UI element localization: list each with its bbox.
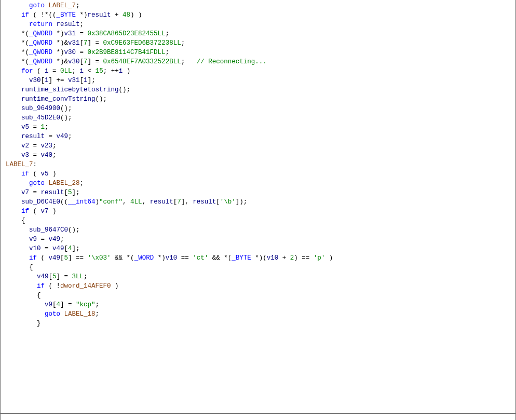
code-token: _QWORD [29,58,52,65]
code-token: result [88,11,111,19]
code-token: _BYTE [232,254,251,262]
code-token: 5 [68,189,72,196]
code-token: 3LL [72,273,84,280]
code-token: i [119,67,123,75]
code-line: sub_45D2E0(); [6,114,72,121]
code-line: goto LABEL_28; [6,180,84,187]
code-line: if ( !dword_14AFEF0 ) [6,282,119,290]
code-token: 0LL [60,67,72,75]
code-token: _QWORD [29,39,52,47]
code-line: if ( v49[5] == '\x03' && *(_WORD *)v10 =… [6,254,333,262]
code-token: 0x2B9BE8114C7B41FDLL [88,49,166,56]
code-line: v49[5] = 3LL; [6,273,88,280]
code-token: i [80,67,84,75]
code-line: v3 = v40; [6,152,57,159]
code-token: v9 [45,301,52,308]
code-token: v2 [21,142,29,150]
code-token: i [84,77,88,84]
code-token: v30 [68,58,80,65]
code-token: 4 [57,301,61,308]
code-token: v10 [267,254,279,262]
code-token: _QWORD [29,30,52,37]
code-line: v7 = result[5]; [6,189,80,196]
code-token: result [21,133,45,140]
code-line: if ( v5 ) [6,170,57,178]
code-token: 5 [52,273,57,280]
code-token: v31 [68,77,80,84]
code-token: __int64 [68,198,96,206]
code-token: v9 [29,236,37,243]
code-line: *(_QWORD *)&v30[7] = 0x6548EF7A0332522BL… [6,58,267,65]
code-token: sub_9647C0 [29,226,68,234]
code-token: if [6,254,37,262]
code-token: 0xC9E63FED6B372238LL [103,39,181,47]
code-line: { [6,292,41,299]
code-token: v30 [64,49,76,56]
code-token: "conf" [99,198,123,206]
code-line: v9 = v49; [6,236,64,243]
code-line: for ( i = 0LL; i < 15; ++i ) [6,67,130,75]
code-line: sub_D6C4E0((__int64)"conf", 4LL, result[… [6,198,247,206]
code-token: for [6,67,33,75]
code-line: return result; [6,21,84,28]
code-token: v49 [49,254,61,262]
code-token: 'ct' [193,254,208,262]
code-token: dword_14AFEF0 [60,282,111,290]
code-token: LABEL_7 [49,2,76,9]
code-token: 4LL [130,198,142,206]
code-line: goto LABEL_7; [6,2,80,9]
code-token: v40 [41,152,53,159]
code-line: { [6,217,25,224]
code-token: return [6,21,57,28]
code-line: if ( !*((_BYTE *)result + 48) ) [6,11,142,19]
code-line: sub_9647C0(); [6,226,80,234]
code-token: v31 [64,30,76,37]
code-token: result [150,198,173,206]
code-listing: goto LABEL_7; if ( !*((_BYTE *)result + … [1,0,515,328]
code-token: // Reconnecting... [197,58,267,65]
code-token: v10 [29,245,41,252]
bottom-divider [1,413,515,414]
code-token: i [45,67,49,75]
code-token: runtime_convTstring [21,96,96,103]
code-token: v3 [21,152,29,159]
code-token: 7 [84,39,88,47]
code-line: { [6,264,33,271]
code-line: } [6,320,41,327]
code-token: if [6,282,45,290]
code-token: '\b' [220,198,236,206]
code-line: goto LABEL_18; [6,310,99,318]
code-token: v30 [29,77,41,84]
code-token: v5 [21,124,29,131]
code-line: runtime_convTstring(); [6,96,107,103]
code-token: result [41,189,64,196]
code-token: result [193,198,216,206]
code-token: if [6,170,29,178]
code-token: goto [6,180,49,187]
code-line: if ( v7 ) [6,208,57,215]
code-token: v10 [166,254,178,262]
code-token: 5 [64,254,69,262]
code-token: v49 [49,236,61,243]
code-line: v2 = v23; [6,142,57,150]
code-token: if [6,208,29,215]
code-token: 2 [290,254,294,262]
code-token: _BYTE [57,11,76,19]
code-token: 'p' [314,254,325,262]
code-token: v49 [52,245,64,252]
code-line: v9[4] = "kcp"; [6,301,99,308]
code-line: LABEL_7: [6,161,37,168]
code-token: runtime_slicebytetostring [21,86,119,93]
code-line: *(_QWORD *)v31 = 0x38CA865D23E82455LL; [6,30,169,37]
code-token: 0x6548EF7A0332522BLL [103,58,181,65]
code-token: goto [6,310,64,318]
code-line: v10 = v49[4]; [6,245,80,252]
code-token: "kcp" [76,301,96,308]
code-token: v49 [57,133,69,140]
code-token: 4 [68,245,72,252]
code-token: _WORD [134,254,154,262]
code-line: runtime_slicebytetostring(); [6,86,130,93]
code-line: v5 = 1; [6,124,49,131]
code-pane: goto LABEL_7; if ( !*((_BYTE *)result + … [0,0,516,420]
code-token: _QWORD [29,49,52,56]
